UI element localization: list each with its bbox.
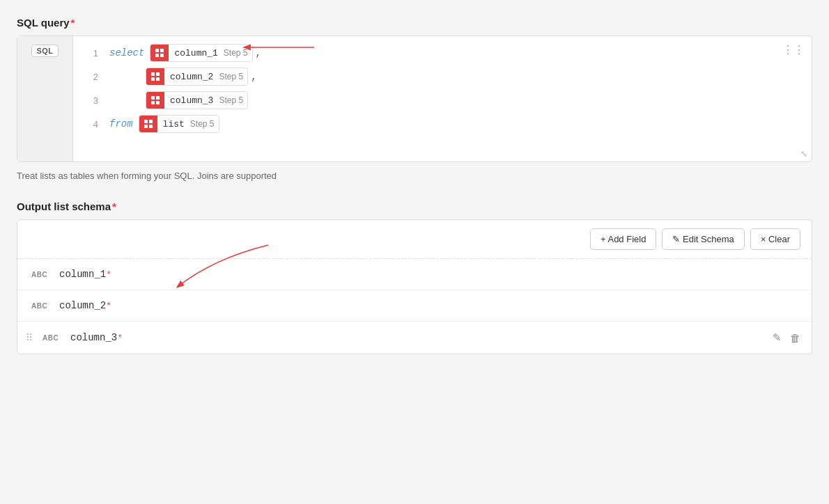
- svg-rect-1: [160, 49, 164, 52]
- sql-label-text: SQL query: [17, 17, 70, 29]
- svg-rect-15: [149, 120, 153, 123]
- separator-2: ,: [251, 71, 256, 82]
- field-name-column3: column_3*: [70, 332, 123, 343]
- table-icon-3: [146, 91, 164, 109]
- svg-rect-8: [151, 77, 155, 81]
- sql-badge: SQL: [31, 45, 58, 57]
- svg-rect-12: [151, 101, 155, 104]
- sql-content[interactable]: 1 select column_1 Step 5: [73, 36, 812, 162]
- sql-line-3: 3 column_3 Step 5: [84, 90, 800, 110]
- required-marker-column1: *: [106, 269, 111, 280]
- svg-rect-6: [151, 72, 155, 76]
- sql-hint: Treat lists as tables when forming your …: [17, 171, 812, 181]
- token-step-list: Step 5: [190, 119, 219, 129]
- field-name-column1: column_1*: [59, 269, 111, 280]
- field-name-column2: column_2*: [59, 300, 111, 311]
- svg-rect-17: [149, 125, 153, 128]
- line-num-4: 4: [84, 119, 98, 129]
- separator-1: ,: [256, 47, 261, 58]
- sql-token-column1[interactable]: column_1 Step 5: [150, 44, 252, 62]
- sql-section-label: SQL query*: [17, 17, 812, 29]
- table-icon-list: [139, 115, 157, 133]
- required-marker-column2: *: [106, 301, 111, 311]
- svg-rect-14: [144, 120, 148, 123]
- svg-rect-13: [156, 101, 160, 104]
- sql-gutter: SQL: [17, 36, 73, 162]
- required-marker-column3: *: [117, 333, 123, 343]
- sql-line-2: 2 column_2 Step 5: [84, 67, 800, 86]
- token-name-column2: column_2: [164, 72, 219, 82]
- schema-row-column3: ⠿ ABC column_3* ✎ 🗑: [17, 322, 812, 354]
- delete-field-icon-column3[interactable]: 🗑: [790, 332, 800, 344]
- edit-schema-button[interactable]: ✎ Edit Schema: [662, 228, 744, 250]
- output-schema-container: + Add Field ✎ Edit Schema × Clear ABC co…: [17, 219, 812, 354]
- type-badge-column1: ABC: [31, 271, 51, 278]
- sql-required-marker: *: [71, 17, 75, 29]
- output-schema-wrapper: + Add Field ✎ Edit Schema × Clear ABC co…: [17, 219, 812, 354]
- output-label-text: Output list schema: [17, 200, 111, 212]
- sql-query-container: SQL 1 select: [17, 36, 812, 162]
- output-section-label: Output list schema*: [17, 200, 812, 212]
- table-icon-2: [146, 68, 164, 86]
- svg-rect-7: [156, 72, 160, 76]
- sql-options-icon[interactable]: ⋮⋮: [782, 43, 805, 56]
- sql-line-1: 1 select column_1 Step 5: [84, 43, 800, 63]
- schema-row-actions-column3: ✎ 🗑: [773, 331, 800, 344]
- svg-rect-0: [155, 49, 159, 52]
- token-step-3: Step 5: [219, 95, 247, 105]
- add-field-button[interactable]: + Add Field: [590, 228, 656, 250]
- drag-handle-column3[interactable]: ⠿: [26, 332, 33, 343]
- type-badge-column2: ABC: [31, 302, 51, 310]
- token-step-2: Step 5: [219, 72, 247, 81]
- sql-resize-handle[interactable]: ⤡: [800, 149, 807, 159]
- sql-line-4: 4 from list Step 5: [84, 114, 800, 134]
- sql-token-column2[interactable]: column_2 Step 5: [146, 68, 248, 86]
- svg-rect-9: [156, 77, 160, 81]
- token-name-column3: column_3: [164, 95, 219, 106]
- type-badge-column3: ABC: [42, 334, 62, 342]
- svg-rect-10: [151, 96, 155, 100]
- svg-rect-2: [155, 54, 159, 57]
- svg-rect-3: [160, 54, 164, 57]
- sql-token-column3[interactable]: column_3 Step 5: [146, 91, 248, 109]
- sql-token-list[interactable]: list Step 5: [139, 115, 219, 133]
- line-num-2: 2: [84, 72, 98, 82]
- token-step-1: Step 5: [224, 48, 252, 58]
- sql-editor[interactable]: SQL 1 select: [17, 36, 812, 162]
- schema-row-column2: ABC column_2*: [17, 290, 812, 322]
- line-num-3: 3: [84, 95, 98, 106]
- line-num-1: 1: [84, 48, 98, 58]
- table-icon-1: [150, 44, 169, 62]
- sql-keyword-select: select: [109, 47, 144, 58]
- schema-row-column1: ABC column_1*: [17, 259, 812, 290]
- svg-rect-16: [144, 125, 148, 128]
- token-name-column1: column_1: [169, 48, 223, 58]
- svg-rect-11: [156, 96, 160, 100]
- edit-field-icon-column3[interactable]: ✎: [773, 331, 782, 344]
- schema-toolbar: + Add Field ✎ Edit Schema × Clear: [17, 220, 812, 259]
- output-required-marker: *: [112, 200, 116, 212]
- sql-query-wrapper: SQL 1 select: [17, 36, 812, 162]
- token-name-list: list: [157, 119, 190, 129]
- clear-button[interactable]: × Clear: [750, 228, 800, 250]
- sql-keyword-from: from: [109, 118, 133, 129]
